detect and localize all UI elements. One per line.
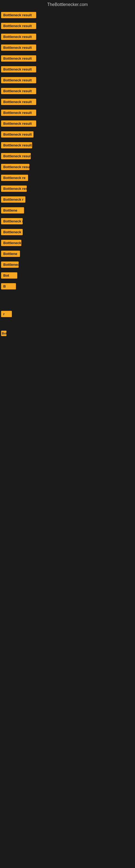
bottleneck-badge: Bottleneck result (1, 34, 36, 40)
bottleneck-badge: Bottleneck r (1, 196, 26, 203)
list-item[interactable]: r (0, 309, 135, 319)
list-item[interactable]: Bottleneck result (0, 31, 135, 42)
bottleneck-badge: Bottleneck result (1, 153, 31, 159)
list-item[interactable]: Bot (0, 270, 135, 280)
list-item[interactable]: Bottleneck result (0, 162, 135, 172)
bottleneck-badge: Bottleneck r (1, 218, 23, 224)
list-item[interactable]: Bottleneck result (0, 129, 135, 140)
list-item[interactable]: Bottleneck result (0, 118, 135, 129)
bottleneck-badge: Bottleneck result (1, 55, 36, 62)
bottleneck-badge: Bottleneck result (1, 23, 36, 29)
list-item[interactable]: Bottleneck result (0, 97, 135, 107)
list-item[interactable]: Bottleneck result (0, 107, 135, 118)
list-item[interactable]: Bottleneck result (0, 140, 135, 150)
list-item[interactable]: Bottleneck re (0, 173, 135, 183)
spacer (0, 292, 135, 308)
bottleneck-badge: Bottleneck result (1, 120, 36, 127)
bottleneck-badge: Bottleneck result (1, 186, 27, 192)
page-wrapper: TheBottlenecker.com Bottleneck result Bo… (0, 0, 135, 340)
site-title: TheBottlenecker.com (0, 0, 135, 8)
list-item[interactable]: Bottleneck (0, 227, 135, 237)
list-item[interactable]: Bottleneck result (0, 21, 135, 31)
list-item[interactable]: Bottleneck result (0, 53, 135, 63)
bottleneck-badge: Bottleneck result (1, 142, 32, 148)
bottleneck-badge: Bottleneck (1, 261, 18, 268)
list-item[interactable]: Bottleneck re (0, 238, 135, 248)
bottleneck-badge: Bott (1, 331, 6, 336)
bottleneck-badge: Bottleneck result (1, 88, 36, 94)
bottleneck-list: Bottleneck result Bottleneck result Bott… (0, 8, 135, 340)
list-item[interactable]: Bottleneck result (0, 183, 135, 194)
bottleneck-badge: r (1, 311, 12, 317)
list-item[interactable]: Bottleneck r (0, 216, 135, 226)
list-item[interactable]: Bottleneck result (0, 10, 135, 20)
bottleneck-badge: Bottleneck (1, 229, 23, 235)
bottleneck-badge: Bottleneck result (1, 99, 36, 105)
bottleneck-badge: Bottleneck result (1, 77, 36, 83)
list-item[interactable]: Bottlene (0, 248, 135, 259)
spacer (0, 319, 135, 328)
bottleneck-badge: B (1, 283, 16, 289)
list-item[interactable]: Bott (0, 328, 135, 339)
bottleneck-badge: Bottlene (1, 207, 24, 214)
list-item[interactable]: Bottleneck result (0, 42, 135, 53)
bottleneck-badge: Bot (1, 272, 17, 279)
list-item[interactable]: Bottleneck result (0, 86, 135, 96)
bottleneck-badge: Bottlene (1, 251, 20, 257)
list-item[interactable]: Bottleneck (0, 259, 135, 270)
list-item[interactable]: Bottleneck result (0, 64, 135, 74)
list-item[interactable]: Bottleneck result (0, 151, 135, 161)
bottleneck-badge: Bottleneck result (1, 44, 36, 51)
bottleneck-badge: Bottleneck result (1, 110, 36, 116)
list-item[interactable]: Bottleneck result (0, 75, 135, 85)
list-item[interactable]: Bottlene (0, 205, 135, 215)
list-item[interactable]: B (0, 281, 135, 291)
bottleneck-badge: Bottleneck result (1, 66, 36, 72)
bottleneck-badge: Bottleneck result (1, 131, 34, 137)
bottleneck-badge: Bottleneck result (1, 12, 36, 18)
list-item[interactable]: Bottleneck r (0, 194, 135, 205)
bottleneck-badge: Bottleneck result (1, 164, 30, 170)
bottleneck-badge: Bottleneck re (1, 240, 21, 246)
bottleneck-badge: Bottleneck re (1, 175, 28, 181)
